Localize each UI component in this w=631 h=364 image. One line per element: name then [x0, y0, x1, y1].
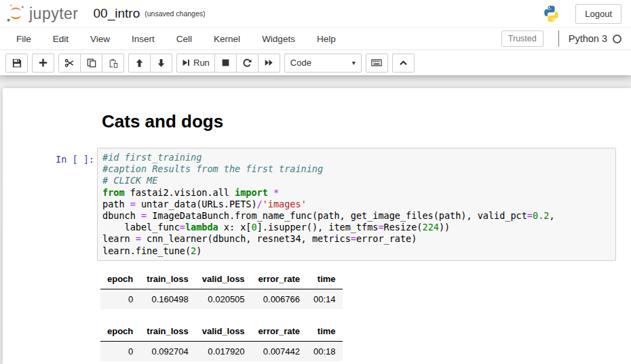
menubar-right: Trusted Python 3	[501, 31, 622, 47]
markdown-heading[interactable]: Cats and dogs	[102, 111, 631, 132]
table-cell: 0.005413	[252, 361, 307, 364]
column-header: train_loss	[140, 322, 195, 342]
training-results-table-1: epochtrain_lossvalid_losserror_ratetime0…	[100, 270, 343, 309]
column-header: epoch	[100, 270, 140, 289]
add-cell-icon	[39, 58, 47, 67]
cut-icon	[64, 58, 75, 68]
kernel-idle-icon	[613, 35, 622, 43]
step-forward-icon	[182, 58, 190, 67]
code-cell[interactable]: In [ ]: #id first_training#caption Resul…	[3, 148, 631, 261]
restart-run-all-icon	[264, 58, 273, 67]
cell-type-value: Code	[290, 58, 311, 68]
move-down-button[interactable]	[150, 54, 172, 73]
paste-button[interactable]	[102, 54, 124, 73]
column-header: time	[307, 322, 343, 342]
keyboard-icon	[371, 58, 382, 67]
kernel-divider	[558, 31, 559, 47]
move-up-button[interactable]	[128, 54, 151, 73]
move-down-icon	[157, 58, 166, 68]
jupyter-logo-text: jupyter	[29, 5, 79, 23]
table-cell: 0.020505	[195, 289, 252, 309]
chevron-up-icon	[399, 59, 408, 67]
table-cell: 1	[100, 361, 140, 364]
cell-output-area: epochtrain_lossvalid_losserror_ratetime0…	[100, 270, 631, 364]
menu-insert[interactable]: Insert	[121, 29, 166, 49]
table-cell: 0	[100, 341, 140, 361]
notebook-save-status: (unsaved changes)	[145, 9, 205, 18]
column-header: train_loss	[140, 270, 195, 289]
table-cell: 0	[100, 289, 140, 309]
code-line: # CLICK ME	[102, 175, 611, 186]
toolbar: Run Code ▾	[0, 50, 631, 75]
table-cell: 00:14	[307, 289, 343, 309]
table-cell: 0.007442	[252, 341, 307, 361]
code-editor[interactable]: #id first_training#caption Results from …	[102, 152, 611, 257]
chevron-down-icon: ▾	[352, 59, 356, 66]
add-cell-button[interactable]	[32, 54, 54, 73]
menu-file[interactable]: File	[5, 29, 42, 49]
copy-icon	[87, 58, 96, 68]
restart-run-all-button[interactable]	[258, 54, 280, 73]
code-line: label_func=lambda x: x[0].isupper(), ite…	[102, 222, 611, 233]
trusted-badge[interactable]: Trusted	[501, 31, 543, 47]
jupyter-logo[interactable]: jupyter	[5, 3, 79, 24]
menu-view[interactable]: View	[79, 29, 121, 49]
paste-icon	[109, 58, 118, 68]
notebook-container[interactable]: Cats and dogs In [ ]: #id first_training…	[3, 88, 631, 364]
table-header-row: epochtrain_lossvalid_losserror_ratetime	[100, 322, 343, 342]
code-line: learn.fine_tune(2)	[102, 245, 611, 257]
save-button[interactable]	[5, 54, 28, 73]
code-line: #id first_training	[102, 152, 611, 163]
code-line: from fastai2.vision.all import *	[102, 187, 611, 199]
python-logo-icon	[542, 5, 560, 23]
stop-button[interactable]	[214, 54, 237, 73]
training-results-table-2: epochtrain_lossvalid_losserror_ratetime0…	[100, 322, 343, 364]
table-cell: 00:18	[307, 361, 343, 364]
code-line: path = untar_data(URLs.PETS)/'images'	[102, 199, 611, 210]
cut-button[interactable]	[58, 54, 81, 73]
toolbar-collapse-button[interactable]	[392, 54, 415, 73]
column-header: time	[307, 270, 343, 289]
table-row: 00.1604980.0205050.00676600:14	[100, 289, 343, 309]
copy-button[interactable]	[80, 54, 102, 73]
code-line: dbunch = ImageDataBunch.from_name_func(p…	[102, 210, 611, 222]
jupyter-chrome: jupyter 00_intro (unsaved changes) Logou…	[0, 0, 631, 75]
code-input-area[interactable]: #id first_training#caption Results from …	[97, 148, 616, 261]
cell-prompt: In [ ]:	[3, 148, 97, 165]
menu-edit[interactable]: Edit	[42, 29, 79, 49]
column-header: valid_loss	[195, 270, 252, 289]
header-bar: jupyter 00_intro (unsaved changes) Logou…	[0, 0, 631, 27]
column-header: epoch	[100, 322, 140, 342]
column-header: error_rate	[252, 322, 307, 342]
cell-type-select[interactable]: Code ▾	[284, 54, 362, 73]
menu-help[interactable]: Help	[306, 29, 347, 49]
table-row: 00.0927040.0179200.00744200:18	[100, 341, 343, 361]
menu-widgets[interactable]: Widgets	[251, 29, 306, 49]
column-header: error_rate	[252, 270, 307, 289]
command-palette-button[interactable]	[366, 54, 388, 73]
restart-kernel-button[interactable]	[236, 54, 259, 73]
table-header-row: epochtrain_lossvalid_losserror_ratetime	[100, 270, 343, 289]
logout-button[interactable]: Logout	[575, 4, 622, 24]
table-cell: 0.092704	[140, 341, 195, 361]
table-cell: 0.012449	[195, 361, 252, 364]
jupyter-logo-icon	[5, 3, 26, 24]
code-line: #caption Results from the first training	[102, 163, 611, 175]
notebook-title[interactable]: 00_intro	[94, 6, 140, 21]
table-cell: 00:18	[307, 341, 343, 361]
column-header: valid_loss	[195, 322, 252, 342]
run-button-label: Run	[193, 58, 210, 68]
table-cell: 0.006766	[252, 289, 307, 309]
header-right: Logout	[542, 4, 622, 24]
restart-icon	[242, 58, 252, 68]
move-up-icon	[135, 58, 144, 68]
code-line: learn = cnn_learner(dbunch, resnet34, me…	[102, 233, 611, 245]
table-cell: 0.017920	[195, 341, 252, 361]
menu-bar: File Edit View Insert Cell Kernel Widget…	[0, 27, 631, 50]
menu-kernel[interactable]: Kernel	[203, 29, 251, 49]
run-button[interactable]: Run	[176, 54, 215, 73]
save-icon	[12, 58, 22, 68]
kernel-name: Python 3	[569, 33, 607, 44]
notebook-site: Cats and dogs In [ ]: #id first_training…	[0, 75, 631, 364]
menu-cell[interactable]: Cell	[166, 29, 203, 49]
